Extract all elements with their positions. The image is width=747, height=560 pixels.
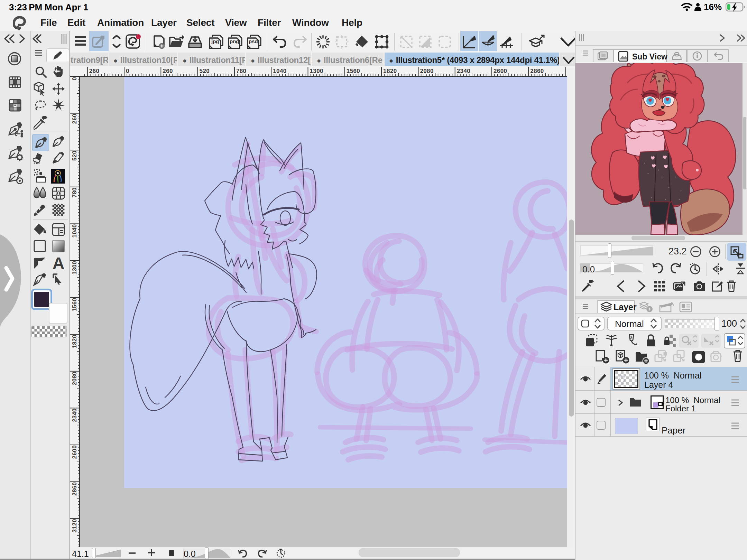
- svg-text:1560: 1560: [347, 68, 360, 74]
- svg-text:3120: 3120: [71, 519, 78, 532]
- svg-text:png: png: [230, 38, 239, 44]
- svg-text:1560: 1560: [71, 298, 78, 311]
- svg-text:260: 260: [71, 114, 78, 124]
- svg-text:1820: 1820: [71, 335, 78, 348]
- svg-text:2080: 2080: [420, 68, 433, 74]
- svg-text:1300: 1300: [310, 68, 323, 74]
- svg-text:520: 520: [200, 68, 210, 74]
- svg-text:2860: 2860: [530, 68, 544, 74]
- svg-text:780: 780: [236, 68, 247, 74]
- svg-text:1300: 1300: [71, 261, 78, 274]
- svg-text:1040: 1040: [273, 68, 286, 74]
- svg-text:520: 520: [71, 150, 78, 161]
- svg-text:2340: 2340: [457, 68, 470, 74]
- svg-text:260: 260: [163, 68, 173, 74]
- svg-text:2600: 2600: [494, 68, 507, 74]
- svg-text:jpg: jpg: [211, 38, 219, 44]
- svg-text:0: 0: [71, 77, 78, 81]
- svg-text:0: 0: [126, 68, 129, 74]
- svg-text:2860: 2860: [71, 482, 78, 496]
- svg-text:1040: 1040: [71, 224, 78, 237]
- svg-text:1820: 1820: [383, 68, 397, 74]
- svg-text:2340: 2340: [71, 408, 78, 422]
- svg-text:A: A: [53, 255, 65, 270]
- svg-text:psd: psd: [249, 38, 258, 44]
- svg-text:2600: 2600: [71, 445, 78, 459]
- svg-text:260: 260: [89, 68, 100, 74]
- svg-text:2080: 2080: [71, 372, 78, 385]
- svg-text:780: 780: [71, 187, 78, 198]
